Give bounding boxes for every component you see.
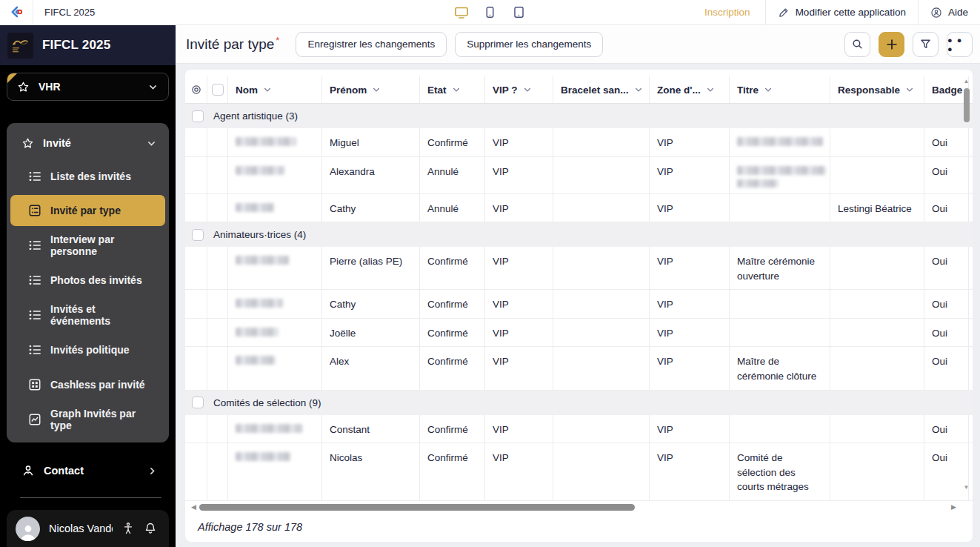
edit-application-button[interactable]: Modifier cette application	[765, 0, 918, 24]
group-header-row[interactable]: Animateurs·trices (4)	[185, 222, 973, 247]
cell-row-handle[interactable]	[185, 319, 207, 347]
sidebar-item-2[interactable]: Interview par personne	[10, 228, 165, 262]
column-header-bracelet[interactable]: Bracelet san...	[553, 76, 650, 103]
desktop-preview-icon[interactable]	[453, 4, 470, 21]
cell-vip[interactable]: VIP	[485, 128, 553, 156]
sidebar-item-1[interactable]: Invité par type	[10, 195, 165, 226]
cell-nom[interactable]	[228, 347, 322, 389]
cell-nom[interactable]	[228, 247, 322, 289]
vertical-scroll-thumb[interactable]	[964, 88, 970, 122]
cell-titre[interactable]	[730, 157, 830, 193]
table-row[interactable]: Pierre (alias PE)ConfirméVIPVIPMaître cé…	[185, 247, 973, 290]
accessibility-icon[interactable]	[121, 522, 135, 535]
cell-zone[interactable]: VIP	[650, 415, 730, 443]
table-row[interactable]: AlexConfirméVIPVIPMaître de cérémonie cl…	[185, 347, 973, 390]
table-row[interactable]: AlexandraAnnuléVIPVIPOui	[185, 157, 973, 194]
cell-titre[interactable]	[730, 194, 830, 222]
cell-responsable[interactable]	[830, 415, 924, 443]
table-row[interactable]: NicolasConfirméVIPVIPComité de sélection…	[185, 443, 973, 501]
cell-prenom[interactable]: Cathy	[322, 194, 420, 222]
sidebar-item-5[interactable]: Invités politique	[10, 332, 165, 367]
filter-button[interactable]	[913, 32, 939, 57]
cell-etat[interactable]: Confirmé	[420, 347, 485, 389]
cell-vip[interactable]: VIP	[485, 290, 553, 318]
cell-row-select[interactable]	[207, 319, 228, 347]
cell-prenom[interactable]: Alexandra	[322, 157, 420, 193]
cell-prenom[interactable]: Pierre (alias PE)	[322, 247, 420, 289]
more-options-button[interactable]: ● ● ●	[947, 32, 973, 57]
cell-etat[interactable]: Annulé	[420, 157, 485, 193]
sidebar-group-invite[interactable]: Invité	[10, 127, 165, 159]
cell-bracelet[interactable]	[553, 247, 650, 289]
cell-row-handle[interactable]	[185, 290, 207, 318]
cell-responsable[interactable]: Lestingi Béatrice	[830, 194, 924, 222]
scroll-down-arrow[interactable]: ▼	[964, 485, 970, 491]
sidebar-item-4[interactable]: Invités et événements	[10, 297, 165, 332]
cell-responsable[interactable]	[830, 128, 924, 156]
cell-bracelet[interactable]	[553, 194, 650, 222]
cell-etat[interactable]: Annulé	[420, 194, 485, 222]
cell-vip[interactable]: VIP	[485, 319, 553, 347]
cell-row-select[interactable]	[207, 128, 228, 156]
table-row[interactable]: CathyAnnuléVIPVIPLestingi BéatriceOui	[185, 194, 973, 223]
group-header-row[interactable]: Agent artistique (3)	[185, 104, 973, 128]
cell-row-select[interactable]	[207, 347, 228, 389]
cell-responsable[interactable]	[830, 290, 924, 318]
phone-preview-icon[interactable]	[482, 4, 499, 21]
cell-etat[interactable]: Confirmé	[420, 319, 485, 347]
cell-etat[interactable]: Confirmé	[420, 128, 485, 156]
cell-vip[interactable]: VIP	[485, 347, 553, 389]
cell-row-select[interactable]	[207, 415, 228, 443]
cell-bracelet[interactable]	[553, 347, 650, 389]
table-row[interactable]: JoëlleConfirméVIPVIPOui	[185, 319, 973, 348]
cell-bracelet[interactable]	[553, 128, 650, 156]
cell-titre[interactable]	[730, 128, 830, 156]
sidebar-item-6[interactable]: Cashless par invité	[10, 367, 165, 402]
cell-bracelet[interactable]	[553, 157, 650, 193]
user-bar[interactable]: Nicolas Vande...	[7, 510, 169, 547]
cell-zone[interactable]: VIP	[650, 290, 730, 318]
group-header-row[interactable]: Comités de sélection (9)	[185, 391, 973, 415]
cell-nom[interactable]	[228, 443, 322, 500]
cell-prenom[interactable]: Cathy	[322, 290, 420, 318]
cell-bracelet[interactable]	[553, 415, 650, 443]
cell-vip[interactable]: VIP	[485, 247, 553, 289]
scroll-right-arrow[interactable]: ▶	[951, 504, 956, 511]
cell-prenom[interactable]: Alex	[322, 347, 420, 389]
table-row[interactable]: CathyConfirméVIPVIPOui	[185, 290, 973, 319]
cell-row-select[interactable]	[207, 194, 228, 222]
inscription-link[interactable]: Inscription	[690, 0, 765, 24]
table-row[interactable]: ConstantConfirméVIPVIPOui	[185, 415, 973, 444]
bell-icon[interactable]	[144, 522, 157, 535]
cell-row-handle[interactable]	[185, 157, 207, 193]
column-header-etat[interactable]: Etat	[420, 76, 485, 103]
cell-titre[interactable]: Maître de cérémonie clôture	[730, 347, 830, 389]
cell-titre[interactable]	[730, 415, 830, 443]
select-all-checkbox[interactable]	[212, 84, 224, 96]
cell-zone[interactable]: VIP	[650, 347, 730, 389]
cell-etat[interactable]: Confirmé	[420, 415, 485, 443]
cell-row-handle[interactable]	[185, 415, 207, 443]
cell-titre[interactable]: Comité de sélection des courts métrages	[730, 443, 830, 500]
cell-responsable[interactable]	[830, 157, 924, 193]
cell-row-handle[interactable]	[185, 443, 207, 500]
add-record-button[interactable]	[879, 32, 904, 57]
cell-nom[interactable]	[228, 157, 322, 193]
workspace-selector[interactable]: VHR	[7, 73, 169, 101]
discard-changes-button[interactable]: Supprimer les changements	[455, 32, 603, 57]
cell-bracelet[interactable]	[553, 290, 650, 318]
column-header-vip[interactable]: VIP ?	[485, 76, 553, 103]
cell-responsable[interactable]	[830, 443, 924, 500]
sidebar-item-7[interactable]: Graph Invités par type	[10, 402, 165, 437]
search-button[interactable]	[844, 32, 870, 57]
column-header-zone[interactable]: Zone d'...	[650, 76, 730, 103]
tablet-preview-icon[interactable]	[511, 4, 527, 21]
sidebar-item-0[interactable]: Liste des invités	[10, 159, 165, 193]
cell-zone[interactable]: VIP	[650, 194, 730, 222]
cell-zone[interactable]: VIP	[650, 319, 730, 347]
cell-titre[interactable]	[730, 319, 830, 347]
sidebar-item-3[interactable]: Photos des invités	[10, 262, 165, 297]
cell-row-select[interactable]	[207, 443, 228, 500]
sidebar-item-contact[interactable]: Contact	[7, 456, 169, 485]
cell-nom[interactable]	[228, 290, 322, 318]
